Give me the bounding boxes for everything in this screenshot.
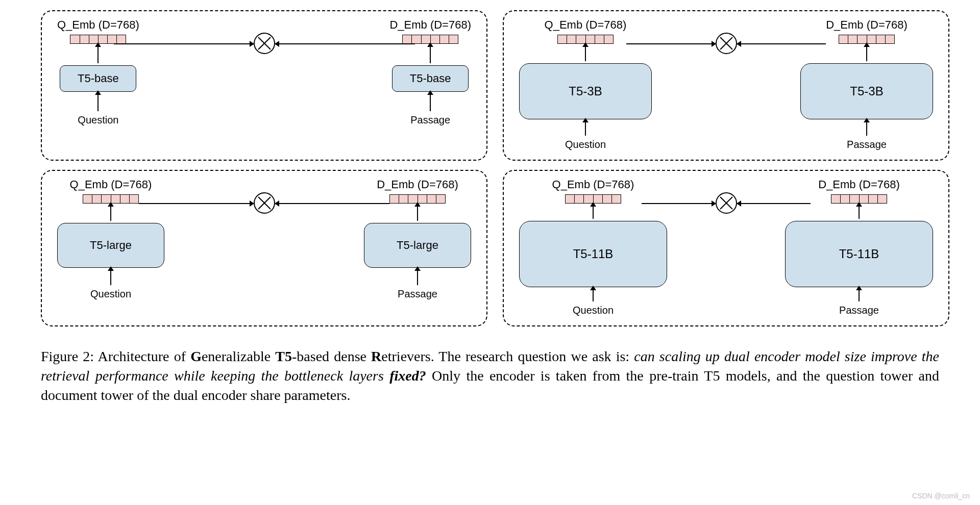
connector-left xyxy=(139,203,254,204)
question-label: Question xyxy=(90,288,131,300)
encoder-box: T5-11B xyxy=(785,221,933,287)
interaction-col xyxy=(657,18,795,54)
caption-bold: T5 xyxy=(275,348,292,364)
passage-tower: D_Emb (D=768) T5-large Passage xyxy=(364,178,471,300)
arrow-icon xyxy=(430,46,431,63)
question-label: Question xyxy=(573,305,614,316)
interaction-col xyxy=(144,18,385,54)
arrow-icon xyxy=(110,270,111,285)
d-emb-label: D_Emb (D=768) xyxy=(826,18,908,32)
arrow-icon xyxy=(417,270,418,285)
caption-text: Figure 2: Architecture of xyxy=(41,348,190,364)
arrow-icon xyxy=(110,206,111,221)
q-emb-label: Q_Emb (D=768) xyxy=(545,18,627,32)
question-label: Question xyxy=(565,139,606,150)
question-tower: Q_Emb (D=768) T5-11B Question xyxy=(519,178,667,316)
panel-t5-large: Q_Emb (D=768) T5-large Question D_Emb (D… xyxy=(41,170,487,326)
q-emb-label: Q_Emb (D=768) xyxy=(57,18,139,32)
encoder-box: T5-base xyxy=(60,65,136,92)
d-emb-label: D_Emb (D=768) xyxy=(389,18,471,32)
arrow-icon xyxy=(97,94,99,111)
passage-tower: D_Emb (D=768) T5-base Passage xyxy=(389,18,471,126)
panel-t5-base: Q_Emb (D=768) T5-base Question D_Emb (D=… xyxy=(41,10,487,161)
diagram-grid: Q_Emb (D=768) T5-base Question D_Emb (D=… xyxy=(41,10,949,326)
caption-bold-italic: fixed? xyxy=(389,368,426,384)
figure-caption: Figure 2: Architecture of Generalizable … xyxy=(41,347,939,405)
question-tower: Q_Emb (D=768) T5-3B Question xyxy=(519,18,652,150)
connector-left xyxy=(642,203,716,204)
arrow-icon xyxy=(417,206,418,221)
arrow-icon xyxy=(866,46,867,61)
arrow-icon xyxy=(430,94,431,111)
arrow-icon xyxy=(866,121,867,136)
encoder-box: T5-large xyxy=(364,223,471,268)
arrow-icon xyxy=(593,289,594,301)
caption-bold: R xyxy=(371,348,381,364)
question-label: Question xyxy=(78,114,118,126)
d-emb-label: D_Emb (D=768) xyxy=(818,178,900,191)
passage-label: Passage xyxy=(839,305,879,316)
arrow-icon xyxy=(859,289,860,301)
question-tower: Q_Emb (D=768) T5-large Question xyxy=(57,178,164,300)
tensor-product-icon xyxy=(254,192,275,214)
interaction-col xyxy=(672,178,780,214)
caption-bold: G xyxy=(190,348,202,364)
arrow-icon xyxy=(97,46,99,63)
caption-text: eneralizable xyxy=(202,348,275,364)
panel-t5-11b: Q_Emb (D=768) T5-11B Question D_Emb (D=7… xyxy=(503,170,949,326)
encoder-box: T5-11B xyxy=(519,221,667,287)
d-emb-label: D_Emb (D=768) xyxy=(377,178,458,191)
encoder-box: T5-large xyxy=(57,223,164,268)
q-emb-label: Q_Emb (D=768) xyxy=(70,178,152,191)
arrow-icon xyxy=(859,206,860,219)
caption-text: -based dense xyxy=(292,348,371,364)
connector-left xyxy=(114,43,254,44)
passage-label: Passage xyxy=(410,114,450,126)
panel-t5-3b: Q_Emb (D=768) T5-3B Question D_Emb (D=76… xyxy=(503,10,949,161)
passage-tower: D_Emb (D=768) T5-3B Passage xyxy=(800,18,933,150)
arrow-icon xyxy=(585,121,586,136)
question-tower: Q_Emb (D=768) T5-base Question xyxy=(57,18,139,126)
passage-label: Passage xyxy=(398,288,437,300)
interaction-col xyxy=(169,178,359,214)
passage-tower: D_Emb (D=768) T5-11B Passage xyxy=(785,178,933,316)
connector-left xyxy=(626,43,716,44)
passage-label: Passage xyxy=(847,139,887,150)
tensor-product-icon xyxy=(254,33,275,54)
encoder-box: T5-base xyxy=(392,65,469,92)
caption-text: etrievers. The research question we ask … xyxy=(381,348,634,364)
tensor-product-icon xyxy=(716,33,737,54)
encoder-box: T5-3B xyxy=(800,63,933,119)
arrow-icon xyxy=(593,206,594,219)
q-emb-label: Q_Emb (D=768) xyxy=(552,178,634,191)
encoder-box: T5-3B xyxy=(519,63,652,119)
tensor-product-icon xyxy=(716,192,737,214)
arrow-icon xyxy=(585,46,586,61)
